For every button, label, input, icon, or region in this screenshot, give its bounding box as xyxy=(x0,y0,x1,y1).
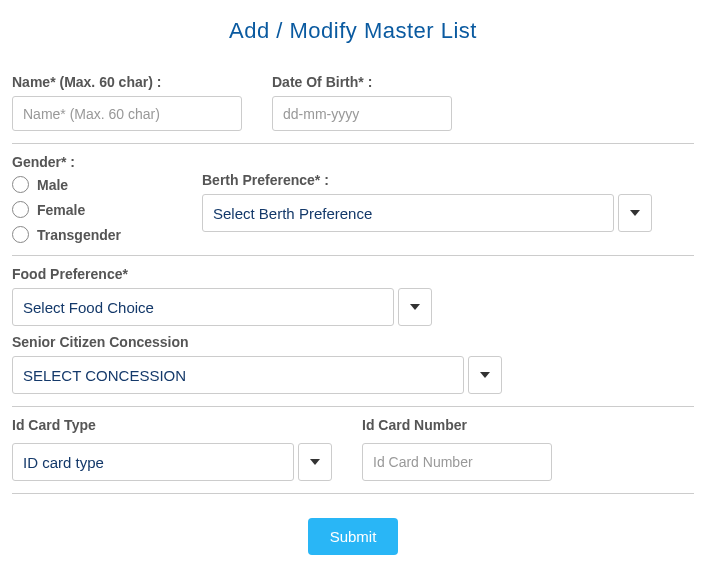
divider xyxy=(12,493,694,494)
radio-icon xyxy=(12,226,29,243)
chevron-down-icon xyxy=(410,304,420,310)
concession-selected: SELECT CONCESSION xyxy=(12,356,464,394)
berth-selected: Select Berth Preference xyxy=(202,194,614,232)
idnumber-label: Id Card Number xyxy=(362,417,552,433)
food-dropdown-button[interactable] xyxy=(398,288,432,326)
name-label: Name* (Max. 60 char) : xyxy=(12,74,242,90)
gender-option-label: Transgender xyxy=(37,227,121,243)
food-dropdown[interactable]: Select Food Choice xyxy=(12,288,432,326)
chevron-down-icon xyxy=(310,459,320,465)
food-selected: Select Food Choice xyxy=(12,288,394,326)
radio-icon xyxy=(12,201,29,218)
divider xyxy=(12,406,694,407)
concession-dropdown[interactable]: SELECT CONCESSION xyxy=(12,356,502,394)
gender-option-label: Male xyxy=(37,177,68,193)
submit-button[interactable]: Submit xyxy=(308,518,399,555)
idtype-label: Id Card Type xyxy=(12,417,332,433)
concession-dropdown-button[interactable] xyxy=(468,356,502,394)
concession-label: Senior Citizen Concession xyxy=(12,334,694,350)
idcard-row: Id Card Type ID card type Id Card Number xyxy=(12,417,694,481)
food-label: Food Preference* xyxy=(12,266,694,282)
dob-field: Date Of Birth* : xyxy=(272,74,452,131)
concession-field: Senior Citizen Concession SELECT CONCESS… xyxy=(12,334,694,394)
name-dob-row: Name* (Max. 60 char) : Date Of Birth* : xyxy=(12,74,694,131)
gender-field: Gender* : Male Female Transgender xyxy=(12,154,162,243)
gender-radio-group: Male Female Transgender xyxy=(12,176,162,243)
gender-label: Gender* : xyxy=(12,154,162,170)
berth-dropdown[interactable]: Select Berth Preference xyxy=(202,194,652,232)
divider xyxy=(12,143,694,144)
gender-option-female[interactable]: Female xyxy=(12,201,162,218)
chevron-down-icon xyxy=(480,372,490,378)
name-input[interactable] xyxy=(12,96,242,131)
idtype-dropdown[interactable]: ID card type xyxy=(12,443,332,481)
radio-icon xyxy=(12,176,29,193)
idnumber-input[interactable] xyxy=(362,443,552,481)
gender-option-male[interactable]: Male xyxy=(12,176,162,193)
page-title: Add / Modify Master List xyxy=(12,18,694,44)
berth-dropdown-button[interactable] xyxy=(618,194,652,232)
food-field: Food Preference* Select Food Choice xyxy=(12,266,694,326)
dob-label: Date Of Birth* : xyxy=(272,74,452,90)
name-field: Name* (Max. 60 char) : xyxy=(12,74,242,131)
gender-option-label: Female xyxy=(37,202,85,218)
submit-row: Submit xyxy=(12,518,694,555)
gender-berth-row: Gender* : Male Female Transgender Berth … xyxy=(12,154,694,243)
idnumber-field: Id Card Number xyxy=(362,417,552,481)
berth-field: Berth Preference* : Select Berth Prefere… xyxy=(202,154,694,243)
gender-option-transgender[interactable]: Transgender xyxy=(12,226,162,243)
berth-label: Berth Preference* : xyxy=(202,172,694,188)
chevron-down-icon xyxy=(630,210,640,216)
dob-input[interactable] xyxy=(272,96,452,131)
idtype-dropdown-button[interactable] xyxy=(298,443,332,481)
idtype-selected: ID card type xyxy=(12,443,294,481)
divider xyxy=(12,255,694,256)
idtype-field: Id Card Type ID card type xyxy=(12,417,332,481)
